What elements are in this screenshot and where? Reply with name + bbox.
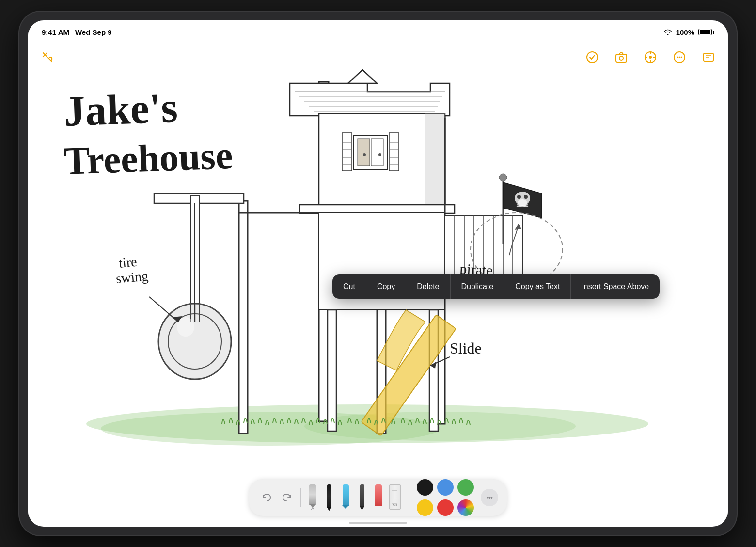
eraser-tool[interactable]	[372, 484, 385, 511]
top-toolbar	[28, 44, 728, 71]
svg-text:tire: tire	[118, 254, 138, 271]
ruler-number: 50	[393, 503, 397, 507]
toolbar-separator-2	[407, 488, 407, 507]
svg-point-85	[517, 195, 521, 199]
svg-point-15	[681, 57, 682, 58]
svg-rect-53	[299, 205, 455, 213]
more-colors-button[interactable]: •••	[481, 489, 498, 506]
svg-point-14	[679, 57, 680, 58]
svg-point-7	[649, 56, 652, 59]
svg-line-2	[48, 58, 52, 62]
context-menu-copy-as-text[interactable]: Copy as Text	[504, 274, 571, 299]
svg-point-86	[524, 195, 528, 199]
time-display: 9:41 AM	[42, 28, 69, 36]
svg-text:Treehouse: Treehouse	[63, 134, 234, 182]
svg-point-5	[619, 56, 623, 60]
svg-text:swing: swing	[115, 268, 149, 286]
undo-button[interactable]	[258, 484, 275, 511]
svg-rect-40	[371, 139, 383, 166]
svg-rect-67	[328, 310, 336, 431]
marker-tool[interactable]	[339, 484, 352, 511]
status-right: 100%	[663, 28, 714, 36]
toolbar-separator-1	[300, 488, 301, 507]
more-icon: •••	[487, 494, 492, 501]
redo-button[interactable]	[278, 484, 296, 511]
collapse-button[interactable]	[40, 49, 55, 65]
svg-rect-16	[704, 53, 713, 61]
svg-rect-4	[616, 54, 627, 62]
context-menu-cut[interactable]: Cut	[332, 274, 366, 299]
text-tool[interactable]: A	[306, 484, 319, 511]
context-menu-insert-space[interactable]: Insert Space Above	[571, 274, 660, 299]
ipad-frame: 9:41 AM Wed Sep 9 100%	[19, 12, 737, 535]
fineliner-tool[interactable]	[355, 484, 369, 511]
toolbar-left	[40, 49, 55, 65]
ipad-screen: 9:41 AM Wed Sep 9 100%	[28, 20, 728, 527]
svg-point-52	[378, 153, 381, 156]
home-indicator	[349, 522, 407, 524]
wifi-icon	[663, 29, 672, 35]
color-green[interactable]	[457, 479, 474, 496]
canvas-area: Jake's Treehouse	[28, 20, 728, 527]
color-multicolor[interactable]	[457, 499, 474, 516]
status-left: 9:41 AM Wed Sep 9	[42, 28, 112, 36]
svg-rect-42	[389, 133, 399, 171]
maximize-button[interactable]	[701, 49, 716, 65]
battery-percent: 100%	[676, 28, 694, 36]
svg-rect-39	[358, 139, 370, 166]
context-menu: Cut Copy Delete Duplicate Copy as Text I…	[332, 274, 660, 299]
svg-text:Jake's: Jake's	[63, 84, 178, 135]
svg-point-3	[587, 52, 598, 63]
color-black[interactable]	[417, 479, 433, 496]
share-button[interactable]	[672, 49, 687, 65]
date-display: Wed Sep 9	[75, 28, 112, 36]
context-menu-duplicate[interactable]: Duplicate	[451, 274, 505, 299]
context-menu-copy[interactable]: Copy	[366, 274, 406, 299]
context-menu-delete[interactable]: Delete	[406, 274, 450, 299]
svg-rect-25	[239, 201, 248, 434]
status-bar: 9:41 AM Wed Sep 9 100%	[28, 20, 728, 44]
svg-text:Slide: Slide	[450, 339, 482, 357]
battery-indicator	[698, 29, 714, 35]
location-button[interactable]	[643, 49, 658, 65]
color-blue[interactable]	[437, 479, 454, 496]
camera-button[interactable]	[614, 49, 629, 65]
svg-point-13	[677, 57, 678, 58]
color-grid	[417, 479, 474, 516]
svg-point-81	[499, 174, 507, 181]
ruler-tool[interactable]: 50	[388, 484, 402, 511]
toolbar-right	[584, 49, 716, 65]
pen-tool[interactable]	[322, 484, 336, 511]
svg-rect-41	[342, 133, 352, 171]
color-red[interactable]	[437, 499, 454, 516]
svg-point-51	[363, 153, 366, 156]
color-yellow[interactable]	[417, 499, 433, 516]
svg-rect-37	[425, 113, 445, 206]
check-button[interactable]	[584, 49, 600, 65]
bottom-toolbar: A	[249, 479, 507, 516]
